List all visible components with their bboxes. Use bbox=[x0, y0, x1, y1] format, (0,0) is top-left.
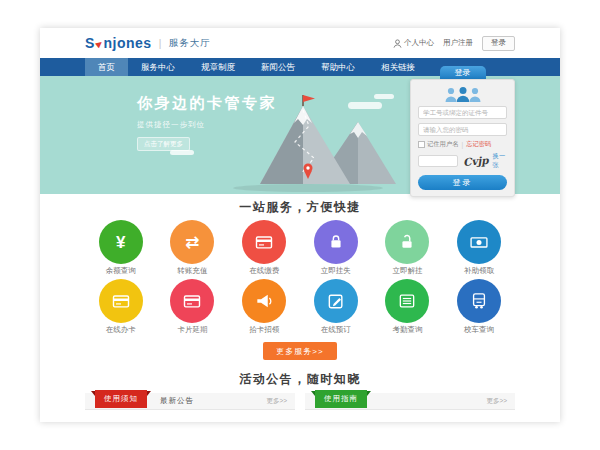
nav-item-service-center[interactable]: 服务中心 bbox=[128, 58, 188, 76]
service-label: 考勤查询 bbox=[372, 326, 444, 334]
captcha-refresh-link[interactable]: 换一张 bbox=[493, 152, 507, 170]
service-online-card-apply[interactable]: 在线办卡 bbox=[85, 279, 157, 334]
service-label: 拾卡招领 bbox=[228, 326, 300, 334]
service-online-booking[interactable]: 在线预订 bbox=[300, 279, 372, 334]
yuan-icon: ¥ bbox=[116, 234, 125, 251]
service-label: 在线办卡 bbox=[85, 326, 157, 334]
announcements-title: 活动公告，随时知晓 bbox=[40, 373, 560, 386]
service-online-payment[interactable]: 在线缴费 bbox=[228, 220, 300, 275]
service-card-extension[interactable]: 卡片延期 bbox=[157, 279, 229, 334]
unlock-icon bbox=[397, 232, 417, 252]
latest-announcements-tab[interactable]: 最新公告 bbox=[160, 396, 194, 406]
bus-icon bbox=[469, 291, 489, 311]
service-label: 转账充值 bbox=[157, 267, 229, 275]
bank-card-icon bbox=[111, 291, 131, 311]
services-grid: ¥ 余额查询 ⇄ 转账充值 在线缴费 立即挂失 bbox=[85, 220, 515, 338]
service-label: 校车查询 bbox=[443, 326, 515, 334]
portal-page: S▶njones | 服务大厅 个人中心 用户注册 登录 首页 服务中心 规章制… bbox=[40, 28, 560, 422]
users-group-icon bbox=[441, 86, 485, 103]
guide-panel-body bbox=[305, 410, 515, 422]
usage-guide-tab[interactable]: 使用指南 bbox=[315, 390, 367, 408]
password-input[interactable] bbox=[418, 123, 507, 136]
forgot-password-link[interactable]: 忘记密码 bbox=[466, 140, 491, 149]
username-input[interactable] bbox=[418, 106, 507, 119]
synjones-logo[interactable]: S▶njones | 服务大厅 bbox=[85, 35, 211, 51]
service-label: 立即解挂 bbox=[372, 267, 444, 275]
guide-more-link[interactable]: 更多>> bbox=[486, 397, 507, 406]
service-label: 卡片延期 bbox=[157, 326, 229, 334]
notice-panel: 使用须知 最新公告 更多>> bbox=[85, 393, 295, 422]
person-icon bbox=[393, 39, 402, 48]
login-divider: | bbox=[461, 141, 463, 148]
service-transfer-recharge[interactable]: ⇄ 转账充值 bbox=[157, 220, 229, 275]
edit-icon bbox=[326, 291, 346, 311]
service-subsidy-collection[interactable]: 补助领取 bbox=[443, 220, 515, 275]
nav-item-home[interactable]: 首页 bbox=[85, 58, 128, 76]
logo-text-part1: S bbox=[85, 35, 95, 51]
bank-card-icon bbox=[182, 291, 202, 311]
service-report-loss[interactable]: 立即挂失 bbox=[300, 220, 372, 275]
guide-panel: 使用指南 更多>> bbox=[305, 393, 515, 422]
login-panel: 登录 记住用户名 | 忘记密码 Cvjp 换一张 登录 bbox=[410, 66, 515, 197]
list-icon bbox=[397, 291, 417, 311]
nav-item-regulations[interactable]: 规章制度 bbox=[188, 58, 248, 76]
login-submit-button[interactable]: 登录 bbox=[418, 175, 507, 190]
personal-center-label: 个人中心 bbox=[404, 38, 434, 48]
mountain-illustration bbox=[208, 92, 403, 192]
site-subtitle: 服务大厅 bbox=[169, 37, 211, 50]
notice-panel-body bbox=[85, 410, 295, 422]
service-label: 在线预订 bbox=[300, 326, 372, 334]
announcements-section: 活动公告，随时知晓 使用须知 最新公告 更多>> 使用指南 更多>> bbox=[40, 365, 560, 422]
services-section: 一站服务，方便快捷 ¥ 余额查询 ⇄ 转账充值 在线缴费 bbox=[40, 194, 560, 365]
logo-text-part2: njones bbox=[104, 35, 152, 51]
banknote-icon bbox=[469, 232, 489, 252]
site-header: S▶njones | 服务大厅 个人中心 用户注册 登录 bbox=[40, 28, 560, 58]
service-label: 在线缴费 bbox=[228, 267, 300, 275]
service-label: 补助领取 bbox=[443, 267, 515, 275]
notice-more-link[interactable]: 更多>> bbox=[266, 397, 287, 406]
usage-notice-tab[interactable]: 使用须知 bbox=[95, 390, 147, 408]
services-title: 一站服务，方便快捷 bbox=[40, 201, 560, 214]
header-login-button[interactable]: 登录 bbox=[482, 36, 515, 51]
service-label: 立即挂失 bbox=[300, 267, 372, 275]
remember-checkbox[interactable] bbox=[418, 141, 425, 148]
logo-divider: | bbox=[159, 38, 162, 49]
transfer-icon: ⇄ bbox=[185, 234, 199, 251]
cloud-decoration bbox=[170, 150, 194, 155]
more-services-button[interactable]: 更多服务>> bbox=[263, 342, 336, 360]
header-utility-links: 个人中心 用户注册 登录 bbox=[393, 36, 515, 51]
nav-item-help-center[interactable]: 帮助中心 bbox=[308, 58, 368, 76]
captcha-image: Cvjp bbox=[463, 154, 490, 168]
register-label: 用户注册 bbox=[443, 38, 473, 48]
service-label: 余额查询 bbox=[85, 267, 157, 275]
captcha-input[interactable] bbox=[418, 155, 458, 167]
personal-center-link[interactable]: 个人中心 bbox=[393, 38, 434, 48]
register-link[interactable]: 用户注册 bbox=[443, 38, 473, 48]
hero-cta-button[interactable]: 点击了解更多 bbox=[137, 137, 190, 151]
service-balance-inquiry[interactable]: ¥ 余额查询 bbox=[85, 220, 157, 275]
login-tab[interactable]: 登录 bbox=[440, 66, 486, 79]
service-lost-card-claim[interactable]: 拾卡招领 bbox=[228, 279, 300, 334]
remember-label: 记住用户名 bbox=[427, 140, 458, 149]
bank-card-icon bbox=[254, 232, 274, 252]
megaphone-icon bbox=[254, 291, 274, 311]
service-unlock-card[interactable]: 立即解挂 bbox=[372, 220, 444, 275]
service-attendance-inquiry[interactable]: 考勤查询 bbox=[372, 279, 444, 334]
service-school-bus-inquiry[interactable]: 校车查询 bbox=[443, 279, 515, 334]
lock-icon bbox=[326, 232, 346, 252]
nav-item-news[interactable]: 新闻公告 bbox=[248, 58, 308, 76]
